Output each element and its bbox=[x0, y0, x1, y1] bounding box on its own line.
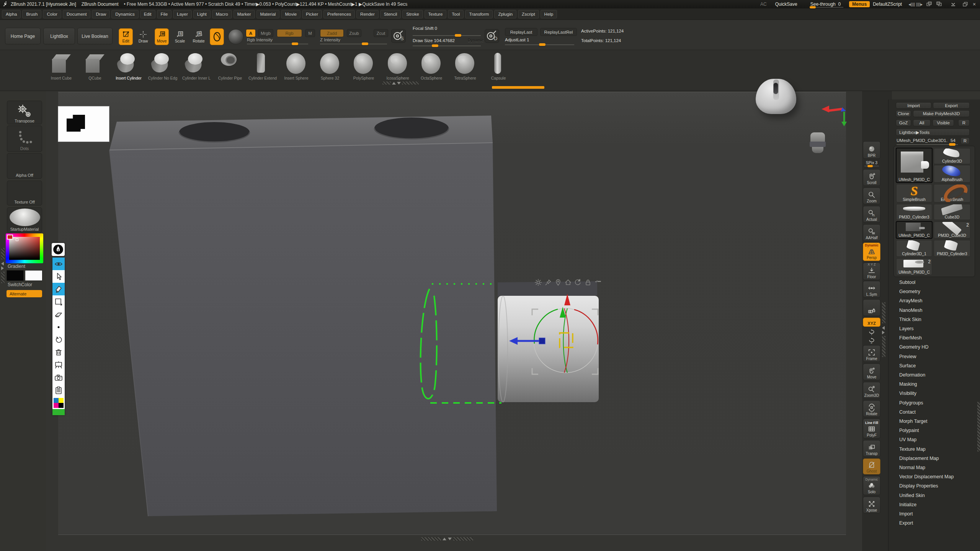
menu-item-edit[interactable]: Edit bbox=[140, 10, 155, 18]
section-geometry[interactable]: Geometry bbox=[899, 289, 920, 294]
undoc-icon[interactable] bbox=[574, 279, 582, 286]
brush-item-capsule[interactable]: Capsule bbox=[481, 52, 516, 89]
section-nanomesh[interactable]: NanoMesh bbox=[899, 308, 922, 313]
clone-button[interactable]: Clone bbox=[896, 110, 911, 117]
menu-item-layer[interactable]: Layer bbox=[173, 10, 192, 18]
quicksave-button[interactable]: QuickSave bbox=[772, 1, 800, 7]
draw-mode-button[interactable]: Draw bbox=[136, 29, 150, 44]
menu-item-zscript[interactable]: Zscript bbox=[518, 10, 539, 18]
rshelf-floor-button[interactable]: X Y ZFloor bbox=[863, 262, 880, 280]
menu-item-movie[interactable]: Movie bbox=[281, 10, 301, 18]
lightbox-button[interactable]: LightBox bbox=[43, 28, 75, 44]
replay-last-rel-button[interactable]: ReplayLastRel bbox=[540, 28, 577, 36]
rshelf-ghost-button[interactable]: Ghost bbox=[863, 458, 880, 474]
menu-item-marker[interactable]: Marker bbox=[234, 10, 255, 18]
menu-item-file[interactable]: File bbox=[157, 10, 172, 18]
rshelf-move-button[interactable]: Move bbox=[863, 364, 880, 380]
annotation-camera[interactable] bbox=[52, 371, 65, 384]
brush-item-cylinder-pipe[interactable]: Cylinder Pipe bbox=[212, 52, 248, 89]
menu-item-transform[interactable]: Transform bbox=[465, 10, 493, 18]
tool-slider-handle[interactable] bbox=[949, 143, 956, 146]
dynamic-label[interactable]: Dynamic bbox=[468, 38, 484, 42]
rshelf-rotate-button[interactable]: Rotate bbox=[863, 400, 880, 417]
section-geometry-hd[interactable]: Geometry HD bbox=[899, 344, 928, 350]
switch-color-label[interactable]: SwitchColor bbox=[8, 282, 32, 287]
brush-item-cylinder-no-edg[interactable]: Cylinder No Edg bbox=[145, 52, 180, 89]
annotation-eraser-pen[interactable] bbox=[52, 283, 65, 295]
rshelf-aahalf-button[interactable]: AAHalf bbox=[863, 224, 880, 241]
rshelf-xpose-button[interactable]: Xpose bbox=[863, 497, 880, 514]
annotation-trash[interactable] bbox=[52, 346, 65, 359]
brush-item-insert-cube[interactable]: Insert Cube bbox=[44, 52, 79, 89]
rshelf-solo-button[interactable]: DynamicSolo bbox=[863, 476, 880, 495]
subtool-alphabrush[interactable]: AlphaBrush bbox=[934, 165, 970, 183]
brush-item-cylinder-extend[interactable]: Cylinder Extend bbox=[245, 52, 280, 89]
adjust-last-handle[interactable] bbox=[539, 43, 546, 46]
startup-material-tile[interactable]: StartupMaterial bbox=[7, 207, 42, 233]
current-tool-name[interactable]: UMesh_PM3D_Cube3D1. bbox=[897, 138, 947, 143]
camera-head-indicator[interactable] bbox=[809, 132, 826, 154]
divider-close-right-icon[interactable]: ||||▸ bbox=[916, 2, 923, 7]
menu-item-render[interactable]: Render bbox=[356, 10, 379, 18]
lightbox-tools-button[interactable]: Lightbox▶Tools bbox=[896, 129, 970, 136]
section-subtool[interactable]: Subtool bbox=[899, 280, 915, 285]
tool-export-button[interactable]: Export bbox=[933, 102, 970, 109]
annotation-rectangle[interactable] bbox=[52, 295, 65, 308]
rshelf-scroll-button[interactable]: Scroll bbox=[863, 169, 880, 186]
menu-item-stencil[interactable]: Stencil bbox=[380, 10, 401, 18]
edit-mode-button[interactable]: Edit bbox=[119, 28, 133, 45]
rgb-intensity-handle[interactable] bbox=[292, 42, 298, 45]
rshelf-scroll-hatch-top[interactable] bbox=[882, 302, 885, 323]
current-material-swatch[interactable] bbox=[228, 29, 243, 44]
section-display-properties[interactable]: Display Properties bbox=[899, 483, 938, 489]
tool-import-button[interactable]: Import bbox=[896, 102, 931, 109]
menu-item-dynamics[interactable]: Dynamics bbox=[111, 10, 138, 18]
main-color-swatch[interactable] bbox=[7, 270, 24, 281]
rshelf-zoom3d-button[interactable]: Zoom3D bbox=[863, 382, 880, 399]
section-visibility[interactable]: Visibility bbox=[899, 391, 916, 396]
move-mode-button[interactable]: M Move bbox=[155, 28, 169, 45]
rshelf-persp-button[interactable]: DynamicPersp bbox=[863, 243, 880, 261]
subtool-eraserbrush[interactable]: EraserBrush bbox=[934, 184, 970, 202]
rshelf-spix-3-handle[interactable] bbox=[867, 165, 873, 167]
texture-off-tile[interactable]: Texture Off bbox=[7, 181, 42, 205]
rshelf-scroll-hatch-bottom[interactable] bbox=[882, 336, 885, 357]
zcut-button[interactable]: Zcut bbox=[374, 29, 388, 37]
rshelf-bpr-button[interactable]: BPR bbox=[863, 141, 880, 159]
float-palettes-icon[interactable] bbox=[926, 2, 932, 7]
home-icon[interactable] bbox=[564, 279, 572, 286]
subtool-pm3d-cylinder3[interactable]: PM3D_Cylinder3 bbox=[896, 204, 932, 220]
annotation-undo[interactable] bbox=[52, 333, 65, 346]
section-arraymesh[interactable]: ArrayMesh bbox=[899, 298, 922, 303]
rshelf-camlock-button[interactable] bbox=[863, 299, 880, 316]
section-import[interactable]: Import bbox=[899, 511, 913, 517]
brush-item-octasphere[interactable]: OctaSphere bbox=[414, 52, 449, 89]
menu-item-tool[interactable]: Tool bbox=[448, 10, 464, 18]
subtool-simplebrush[interactable]: SimpleBrush bbox=[896, 184, 932, 202]
transpose-tile[interactable]: Transpose bbox=[7, 101, 42, 124]
annotation-green-swatch[interactable] bbox=[52, 409, 65, 415]
close-icon[interactable]: × bbox=[973, 1, 976, 7]
tray-scroll-hatch-bottom[interactable] bbox=[1, 272, 5, 283]
replay-last-button[interactable]: ReplayLast bbox=[505, 28, 537, 36]
annotation-clipboard[interactable] bbox=[52, 384, 65, 396]
menu-item-light[interactable]: Light bbox=[193, 10, 211, 18]
section-contact[interactable]: Contact bbox=[899, 409, 916, 415]
annotation-easel[interactable] bbox=[52, 359, 65, 371]
marker-icon[interactable] bbox=[554, 279, 562, 286]
r-button[interactable]: R bbox=[958, 119, 970, 126]
lock-icon[interactable] bbox=[584, 279, 592, 286]
alternate-button[interactable]: Alternate bbox=[7, 290, 42, 297]
draw-size-handle[interactable] bbox=[432, 44, 438, 47]
menu-item-preferences[interactable]: Preferences bbox=[323, 10, 355, 18]
annotation-pen-button[interactable] bbox=[52, 243, 65, 256]
section-vector-displacement-map[interactable]: Vector Displacement Map bbox=[899, 474, 954, 479]
see-through-slider[interactable]: See-through 0 bbox=[808, 2, 843, 7]
color-picker-gradient[interactable] bbox=[9, 237, 40, 260]
section-deformation[interactable]: Deformation bbox=[899, 372, 925, 378]
brush-item-sphere-32[interactable]: Sphere 32 bbox=[312, 52, 348, 89]
gear-icon[interactable] bbox=[534, 279, 542, 286]
secondary-color-swatch[interactable] bbox=[25, 270, 42, 281]
z-intensity-handle[interactable] bbox=[362, 42, 368, 45]
rshelf-xyz-button[interactable]: XYZ bbox=[863, 318, 880, 327]
